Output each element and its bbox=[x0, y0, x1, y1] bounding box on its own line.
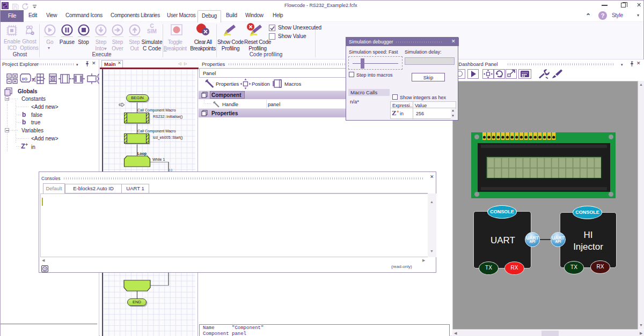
svg-text:I/O: I/O bbox=[22, 77, 27, 81]
svg-text:{: { bbox=[34, 76, 36, 82]
